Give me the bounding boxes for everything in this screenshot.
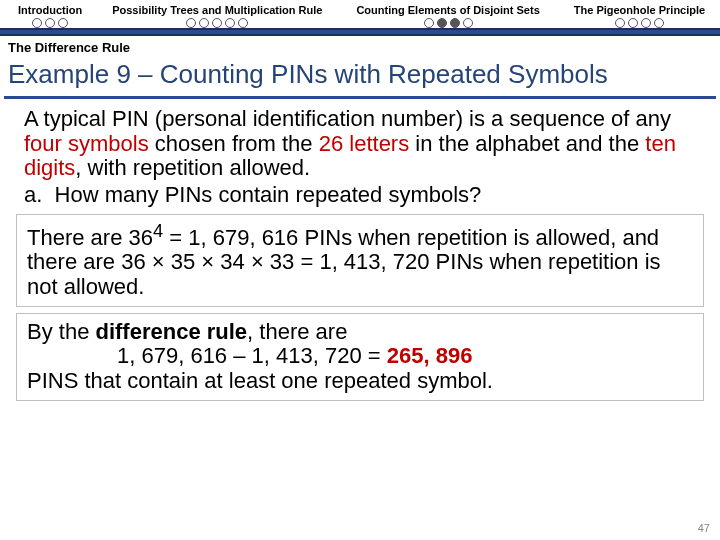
nav-item-introduction[interactable]: Introduction — [12, 4, 88, 28]
circle-icon — [424, 18, 434, 28]
circle-icon — [628, 18, 638, 28]
times-icon: × — [152, 249, 165, 274]
progress-dots — [186, 18, 248, 28]
slide-title: Example 9 – Counting PINs with Repeated … — [8, 59, 712, 90]
exponent: 4 — [153, 220, 163, 241]
circle-filled-icon — [437, 18, 447, 28]
circle-icon — [225, 18, 235, 28]
times-icon: × — [251, 249, 264, 274]
circle-icon — [45, 18, 55, 28]
circle-icon — [212, 18, 222, 28]
circle-icon — [199, 18, 209, 28]
text: in the alphabet and the — [409, 131, 645, 156]
answer-box-difference: By the difference rule, there are 1, 679… — [16, 313, 704, 401]
text: There are 36 — [27, 225, 153, 250]
question-a: a. How many PINs contain repeated symbol… — [50, 183, 696, 208]
circle-icon — [641, 18, 651, 28]
circle-icon — [615, 18, 625, 28]
nav-label: Introduction — [18, 4, 82, 16]
nav-item-pigeonhole[interactable]: The Pigeonhole Principle — [568, 4, 711, 28]
answer-box-counts: There are 364 = 1, 679, 616 PINs when re… — [16, 214, 704, 307]
nav-item-possibility-trees[interactable]: Possibility Trees and Multiplication Rul… — [106, 4, 328, 28]
progress-dots — [615, 18, 664, 28]
circle-icon — [654, 18, 664, 28]
problem-text: A typical PIN (personal identification n… — [24, 107, 696, 181]
text: By the — [27, 319, 95, 344]
divider-bar — [0, 28, 720, 36]
circle-icon — [238, 18, 248, 28]
text: PINS that contain at least one repeated … — [27, 368, 493, 393]
nav-item-disjoint-sets[interactable]: Counting Elements of Disjoint Sets — [350, 4, 545, 28]
calc-left: 1, 679, 616 – 1, 413, 720 = — [117, 343, 387, 368]
body: A typical PIN (personal identification n… — [0, 107, 720, 208]
text: , with repetition allowed. — [75, 155, 310, 180]
text: A typical PIN (personal identification n… — [24, 106, 671, 131]
nav-label: The Pigeonhole Principle — [574, 4, 705, 16]
question-text: How many PINs contain repeated symbols? — [55, 182, 482, 207]
nav-label: Counting Elements of Disjoint Sets — [356, 4, 539, 16]
page-number: 47 — [698, 522, 710, 534]
highlight-result: 265, 896 — [387, 343, 473, 368]
text: 35 — [165, 249, 202, 274]
text: chosen from the — [149, 131, 319, 156]
progress-dots — [32, 18, 68, 28]
text: , there are — [247, 319, 347, 344]
title-wrap: Example 9 – Counting PINs with Repeated … — [4, 57, 716, 99]
progress-dots — [424, 18, 473, 28]
times-icon: × — [201, 249, 214, 274]
text: 34 — [214, 249, 251, 274]
highlight-difference-rule: difference rule — [95, 319, 247, 344]
nav-label: Possibility Trees and Multiplication Rul… — [112, 4, 322, 16]
highlight-four-symbols: four symbols — [24, 131, 149, 156]
nav-bar: Introduction Possibility Trees and Multi… — [0, 0, 720, 28]
circle-icon — [32, 18, 42, 28]
circle-icon — [58, 18, 68, 28]
circle-icon — [186, 18, 196, 28]
highlight-26-letters: 26 letters — [319, 131, 410, 156]
circle-icon — [463, 18, 473, 28]
circle-filled-icon — [450, 18, 460, 28]
list-label: a. — [24, 182, 42, 207]
section-subheading: The Difference Rule — [0, 36, 720, 57]
slide: Introduction Possibility Trees and Multi… — [0, 0, 720, 540]
